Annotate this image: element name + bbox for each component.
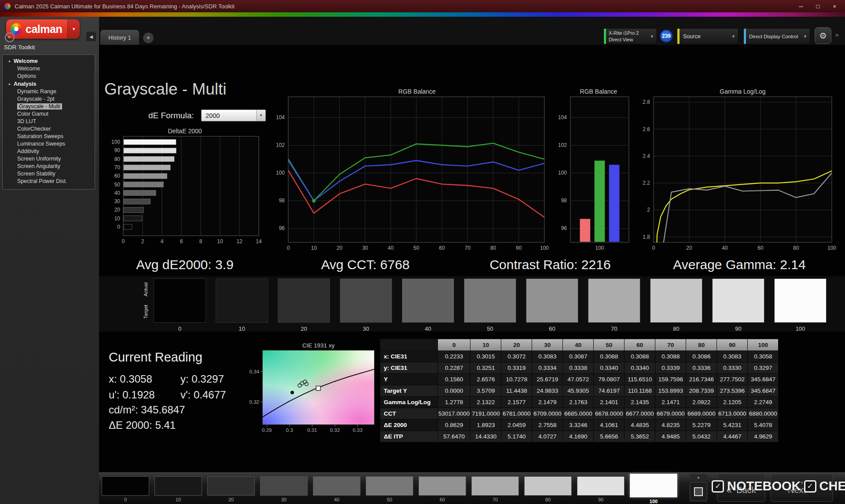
table-col-header: 30: [532, 339, 563, 351]
sidebar-item-options[interactable]: Options: [3, 73, 95, 80]
sidebar-item-luminance-sweeps[interactable]: Luminance Sweeps: [3, 140, 95, 148]
collapse-sidebar-button[interactable]: ◀: [86, 32, 96, 41]
caret-up-icon[interactable]: ▲: [690, 474, 707, 481]
gray-swatch: [402, 278, 454, 323]
svg-text:40: 40: [114, 190, 121, 196]
sidebar-item-spectral-power-dist[interactable]: Spectral Power Dist.: [3, 178, 95, 185]
gray-step-70[interactable]: 70: [471, 476, 519, 504]
settings-gear-button[interactable]: ⚙: [815, 27, 831, 44]
svg-text:30: 30: [114, 198, 121, 205]
table-row: y: CIE310.22870.32510.33190.33340.33380.…: [380, 362, 779, 374]
target-icon[interactable]: [5, 33, 15, 42]
svg-text:2: 2: [647, 207, 650, 213]
gray-step-30[interactable]: 30: [260, 476, 308, 504]
svg-text:102: 102: [276, 142, 285, 148]
svg-text:0: 0: [652, 245, 655, 251]
gray-swatch-label: 100: [630, 499, 677, 504]
svg-text:40: 40: [722, 245, 728, 251]
collapse-panel-icon[interactable]: »: [835, 31, 839, 38]
svg-text:90: 90: [114, 147, 121, 153]
sidebar-item-colorchecker[interactable]: ColorChecker: [3, 125, 95, 133]
svg-text:70: 70: [465, 245, 471, 251]
gray-step-90[interactable]: 90: [577, 476, 625, 504]
tab-history-1[interactable]: History 1: [100, 30, 139, 45]
gray-step-60[interactable]: 60: [419, 476, 466, 504]
gray-step-80[interactable]: 80: [524, 476, 572, 504]
gray-step-50[interactable]: 50: [366, 476, 413, 504]
sidebar-item-saturation-sweeps[interactable]: Saturation Sweeps: [3, 133, 95, 140]
sidebar-item-screen-uniformity[interactable]: Screen Uniformity: [3, 155, 95, 163]
gray-swatch: [340, 278, 392, 323]
svg-text:100: 100: [540, 245, 549, 251]
calman-logo-text: calman: [26, 23, 62, 36]
gray-swatch: [278, 278, 330, 323]
maximize-button[interactable]: □: [816, 3, 820, 10]
sidebar-item-grayscale-multi[interactable]: Grayscale - Multi: [3, 103, 95, 110]
gray-swatch-label: 50: [366, 497, 413, 502]
gray-step-0[interactable]: 0: [102, 476, 149, 504]
meter-dropdown[interactable]: X-Rite i1Pro 2 Direct View ▼: [603, 28, 657, 44]
display-control-dropdown[interactable]: Direct Display Control ▼: [743, 28, 810, 44]
gray-swatch-label: 30: [260, 497, 308, 502]
sidebar-title: SDR Toolkit: [4, 44, 35, 51]
minimize-button[interactable]: ─: [799, 3, 803, 10]
gray-swatch-label: 50: [464, 325, 516, 332]
svg-text:0: 0: [117, 224, 120, 230]
svg-text:100: 100: [558, 170, 567, 176]
calman-logo-button[interactable]: calman ▼: [6, 19, 80, 39]
gray-swatch: [712, 278, 764, 323]
target-row-label: Target: [143, 305, 148, 319]
svg-text:100: 100: [827, 245, 836, 251]
sidebar-item-color-gamut[interactable]: Color Gamut: [3, 110, 95, 118]
svg-text:80: 80: [490, 245, 496, 251]
contrast-ratio-metric: Contrast Ratio: 2216: [464, 257, 636, 272]
chevron-down-icon: ▼: [801, 34, 810, 39]
logo-dropdown-arrow-icon[interactable]: ▼: [67, 19, 80, 39]
svg-text:98: 98: [279, 197, 285, 204]
page-title: Grayscale - Multi: [104, 80, 227, 99]
de-formula-select[interactable]: 2000 ▼: [201, 110, 266, 121]
expand-icon: ▲: [8, 80, 11, 88]
svg-text:104: 104: [558, 114, 567, 121]
source-dropdown[interactable]: Source ▼: [677, 28, 738, 44]
sidebar-item-3d-lut[interactable]: 3D LUT: [3, 118, 95, 125]
sidebar-item-screen-angularity[interactable]: Screen Angularity: [3, 163, 95, 170]
de-formula-label: dE Formula:: [148, 111, 194, 121]
gray-swatch-label: 20: [207, 497, 255, 502]
table-col-header: 0: [438, 339, 470, 351]
gray-step-20[interactable]: 20: [207, 476, 255, 504]
svg-text:1.8: 1.8: [643, 234, 650, 240]
gray-swatch: [588, 278, 640, 323]
back-arrows-icon: «: [726, 486, 732, 494]
gray-swatch: [216, 278, 268, 323]
svg-text:80: 80: [793, 245, 799, 251]
gray-swatch: [154, 476, 202, 496]
gray-swatch: [154, 278, 206, 323]
gray-step-100[interactable]: 100: [630, 476, 677, 504]
next-button[interactable]: ▲ Next »: [771, 474, 833, 502]
reading-v: v': 0.4677: [180, 389, 226, 401]
current-reading-title: Current Reading: [109, 350, 202, 365]
gray-swatch-label: 90: [577, 497, 625, 502]
sidebar-item-welcome[interactable]: Welcome: [3, 65, 95, 73]
gray-step-60: 60: [526, 278, 578, 332]
gray-step-10[interactable]: 10: [154, 476, 202, 504]
table-row: ΔE 20000.86291.89232.04592.75583.32464.1…: [380, 420, 779, 431]
gray-swatch: [630, 474, 677, 497]
sidebar-item-screen-stability[interactable]: Screen Stability: [3, 170, 95, 178]
svg-text:0.34: 0.34: [250, 369, 260, 374]
sidebar-group-welcome[interactable]: ▲Welcome: [3, 57, 95, 65]
pattern-window-button[interactable]: [690, 482, 707, 501]
gray-step-40[interactable]: 40: [313, 476, 360, 504]
add-tab-button[interactable]: +: [143, 33, 154, 43]
back-button[interactable]: ▲ « Back: [717, 474, 765, 502]
sidebar-item-additivity[interactable]: Additivity: [3, 148, 95, 155]
svg-text:80: 80: [114, 156, 121, 162]
sidebar-group-analysis[interactable]: ▲Analysis: [3, 80, 95, 88]
gray-swatch: [526, 278, 578, 323]
sidebar-item-grayscale-2pt[interactable]: Grayscale - 2pt: [3, 95, 95, 103]
close-button[interactable]: ×: [833, 3, 836, 10]
svg-text:96: 96: [279, 225, 285, 231]
measurement-count-badge[interactable]: 239: [660, 29, 673, 43]
sidebar-item-dynamic-range[interactable]: Dynamic Range: [3, 88, 95, 95]
